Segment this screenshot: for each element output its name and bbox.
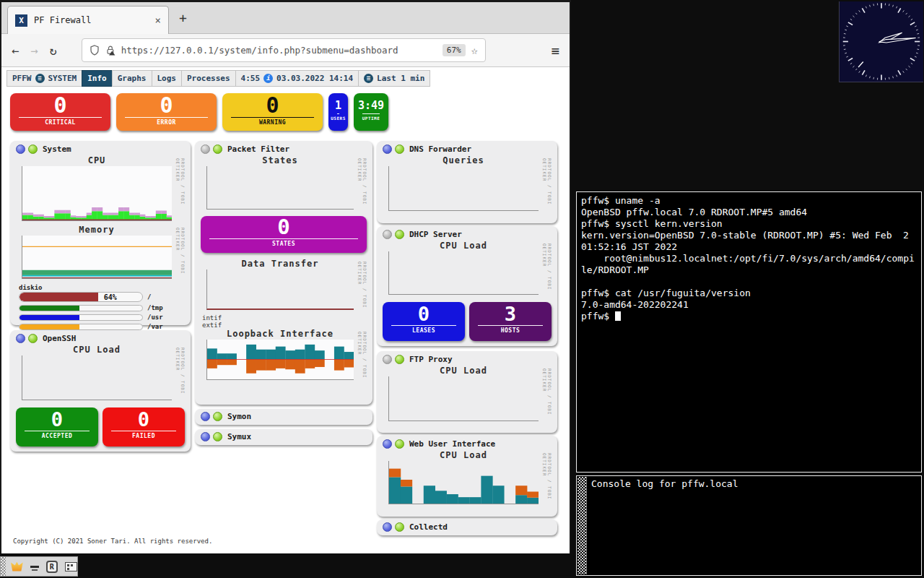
- refresh-menu-circle-icon[interactable]: ≡: [364, 74, 373, 83]
- ftp-proxy-panel: FTP Proxy CPU Load RRDTOOL / TOBI OETIKE…: [377, 351, 557, 433]
- system-memory-graph: Memory RRDTOOL / TOBI OETIKER: [10, 225, 191, 282]
- terminal-cursor: [615, 311, 621, 321]
- panel-title: Packet Filter: [227, 144, 289, 154]
- states-count: 0: [201, 216, 367, 238]
- openssh-cpu-graph: CPU Load RRDTOOL / TOBI OETIKER: [10, 345, 191, 404]
- zoom-level-badge[interactable]: 67%: [443, 44, 466, 56]
- tab-info-label: Info: [87, 74, 107, 83]
- warning-tile[interactable]: 0 WARNING: [222, 93, 323, 131]
- crown-icon[interactable]: [11, 562, 23, 571]
- accepted-tile[interactable]: 0 ACCEPTED: [16, 407, 98, 447]
- diskio-row: /usr: [19, 314, 185, 321]
- uptime-short: 4:55: [241, 74, 261, 83]
- minimized-window-icon[interactable]: [30, 566, 39, 568]
- tab-processes[interactable]: Processes: [181, 70, 236, 87]
- status-led-gray: [201, 144, 210, 154]
- tab-logs[interactable]: Logs: [152, 70, 183, 87]
- datetime-label: 03.03.2022 14:14: [276, 74, 353, 83]
- console-log-window[interactable]: Console log for pffw.local: [576, 475, 922, 576]
- status-led-blue: [383, 522, 392, 532]
- rrdtool-watermark: RRDTOOL / TOBI OETIKER: [357, 262, 367, 314]
- error-count: 0: [116, 94, 217, 117]
- dashboard-column-1: System CPU RRDTOOL / TOBI OETIKER Memory…: [10, 141, 191, 452]
- terminal-output: pffw$ uname -a OpenBSD pffw.local 7.0 RD…: [581, 195, 917, 322]
- dashboard-column-2: Packet Filter States RRDTOOL / TOBI OETI…: [195, 141, 372, 445]
- rrdtool-watermark: RRDTOOL / TOBI OETIKER: [175, 158, 186, 225]
- shield-icon[interactable]: [90, 45, 100, 56]
- intif-label: intif: [202, 314, 372, 322]
- status-led-green: [395, 144, 404, 154]
- graph-title: Data Transfer: [206, 259, 354, 269]
- lock-warning-icon[interactable]: [105, 45, 116, 56]
- error-label: ERROR: [116, 119, 217, 126]
- info-icon[interactable]: i: [263, 74, 273, 83]
- navcell-brand[interactable]: PFFW ≡ SYSTEM: [6, 70, 82, 87]
- graph-title: Queries: [388, 155, 539, 166]
- refresh-interval-label: Last 1 min: [377, 74, 424, 83]
- status-led-gray: [383, 355, 392, 364]
- panel-title: OpenSSH: [43, 334, 76, 343]
- rrdtool-watermark: RRDTOOL / TOBI OETIKER: [542, 453, 552, 508]
- failed-label: FAILED: [103, 433, 185, 439]
- rrdtool-watermark: RRDTOOL / TOBI OETIKER: [542, 158, 552, 215]
- extif-label: extif: [202, 322, 372, 329]
- pager-icon[interactable]: [65, 562, 77, 571]
- status-led-green: [213, 432, 222, 441]
- diskio-row: /var: [19, 323, 185, 330]
- disk-usage-bar-root: [19, 293, 98, 301]
- reload-icon[interactable]: ↻: [50, 43, 57, 58]
- bookmark-star-icon[interactable]: ☆: [471, 44, 478, 57]
- disk-usage-bar-var: [19, 324, 79, 329]
- url-bar[interactable]: https://127.0.0.1/system/info.php?submen…: [82, 38, 486, 62]
- close-tab-icon[interactable]: ×: [155, 14, 161, 26]
- dhcp-cpu-graph: CPU Load RRDTOOL / TOBI OETIKER: [377, 241, 557, 298]
- uptime-label: UPTIME: [354, 116, 388, 121]
- disk-usage-bar-usr: [19, 315, 79, 320]
- users-tile[interactable]: 1 USERS: [328, 93, 348, 131]
- hosts-tile[interactable]: 3 HOSTS: [469, 302, 552, 341]
- xclock-window: [839, 1, 923, 82]
- status-led-blue: [16, 144, 25, 154]
- dashboard-column-3: DNS Forwarder Queries RRDTOOL / TOBI OET…: [377, 141, 557, 535]
- new-tab-button[interactable]: +: [179, 10, 187, 25]
- dns-forwarder-panel: DNS Forwarder Queries RRDTOOL / TOBI OET…: [377, 141, 557, 223]
- leases-count: 0: [383, 303, 465, 325]
- console-scrollbar[interactable]: [578, 477, 587, 574]
- menu-circle-icon[interactable]: ≡: [35, 74, 45, 83]
- taskbar-handle[interactable]: [1, 557, 6, 576]
- app-menu-icon[interactable]: ≡: [552, 43, 559, 59]
- forward-icon[interactable]: →: [30, 43, 38, 58]
- tab-info[interactable]: Info: [82, 70, 113, 87]
- leases-tile[interactable]: 0 LEASES: [383, 302, 465, 341]
- navcell-refresh[interactable]: ≡ Last 1 min: [358, 70, 430, 87]
- uptime-tile[interactable]: 3:49 UPTIME: [354, 93, 388, 131]
- url-text[interactable]: https://127.0.0.1/system/info.php?submen…: [121, 45, 437, 56]
- diskio-row: 64% /: [19, 292, 185, 302]
- states-tile[interactable]: 0 STATES: [201, 216, 367, 253]
- panel-title: Symon: [227, 412, 251, 421]
- browser-tab[interactable]: X PF Firewall ×: [7, 6, 169, 34]
- rrdtool-watermark: RRDTOOL / TOBI OETIKER: [175, 228, 186, 282]
- status-led-blue: [201, 432, 210, 441]
- status-led-green: [395, 355, 404, 364]
- navcell-time[interactable]: 4:55 i 03.03.2022 14:14: [235, 70, 359, 87]
- wui-cpu-graph: CPU Load RRDTOOL / TOBI OETIKER: [377, 450, 557, 508]
- critical-tile[interactable]: 0 CRITICAL: [10, 93, 110, 131]
- accepted-label: ACCEPTED: [16, 433, 98, 439]
- mount-label: /usr: [147, 314, 163, 321]
- r-application-icon[interactable]: R: [46, 561, 58, 573]
- console-log-text: Console log for pffw.local: [588, 476, 742, 575]
- system-cpu-graph: CPU RRDTOOL / TOBI OETIKER: [10, 155, 191, 225]
- error-tile[interactable]: 0 ERROR: [116, 93, 217, 131]
- status-led-blue: [383, 144, 392, 154]
- system-panel: System CPU RRDTOOL / TOBI OETIKER Memory…: [10, 141, 191, 325]
- graph-title: CPU Load: [22, 345, 172, 355]
- mount-label: /: [147, 293, 151, 301]
- back-icon[interactable]: ←: [12, 43, 19, 58]
- pffw-nav-strip: PFFW ≡ SYSTEM Info Graphs Logs Processes…: [7, 70, 430, 87]
- rrdtool-watermark: RRDTOOL / TOBI OETIKER: [542, 368, 552, 425]
- failed-tile[interactable]: 0 FAILED: [103, 407, 185, 447]
- tab-graphs[interactable]: Graphs: [112, 70, 152, 87]
- panel-title: DNS Forwarder: [409, 144, 471, 154]
- terminal-window[interactable]: pffw$ uname -a OpenBSD pffw.local 7.0 RD…: [576, 191, 922, 473]
